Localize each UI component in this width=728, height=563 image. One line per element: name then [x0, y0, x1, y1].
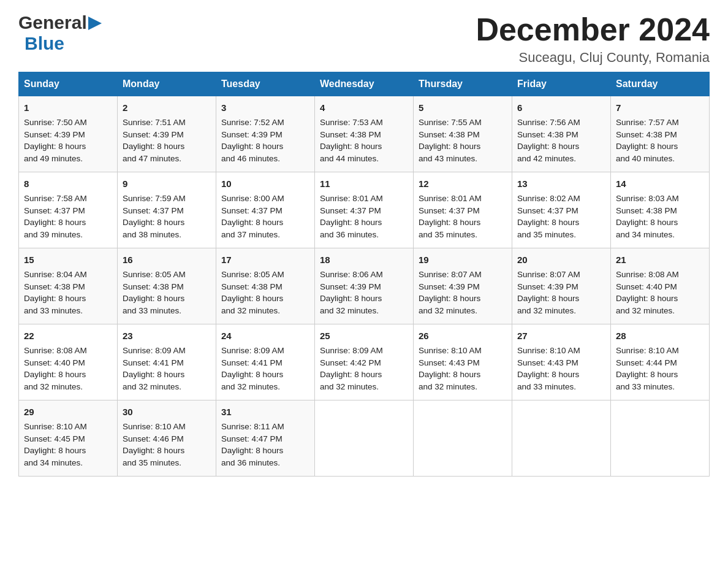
sunrise-info: Sunrise: 8:09 AM	[320, 346, 383, 355]
sunset-info: Sunset: 4:47 PM	[221, 434, 282, 443]
daylight-info: Daylight: 8 hoursand 33 minutes.	[123, 294, 184, 315]
day-number: 26	[419, 329, 507, 343]
calendar-cell: 12Sunrise: 8:01 AMSunset: 4:37 PMDayligh…	[414, 172, 512, 248]
day-number: 3	[221, 101, 309, 115]
daylight-info: Daylight: 8 hoursand 47 minutes.	[123, 142, 184, 163]
day-number: 4	[320, 101, 408, 115]
daylight-info: Daylight: 8 hoursand 49 minutes.	[24, 142, 86, 163]
daylight-info: Daylight: 8 hoursand 46 minutes.	[221, 142, 283, 163]
calendar-cell: 17Sunrise: 8:05 AMSunset: 4:38 PMDayligh…	[216, 248, 315, 324]
daylight-info: Daylight: 8 hoursand 32 minutes.	[221, 370, 283, 391]
daylight-info: Daylight: 8 hoursand 34 minutes.	[616, 218, 678, 239]
daylight-info: Daylight: 8 hoursand 34 minutes.	[24, 446, 86, 467]
sunrise-info: Sunrise: 8:04 AM	[24, 270, 87, 279]
daylight-info: Daylight: 8 hoursand 38 minutes.	[123, 218, 184, 239]
calendar-cell: 14Sunrise: 8:03 AMSunset: 4:38 PMDayligh…	[611, 172, 710, 248]
day-number: 17	[221, 253, 309, 267]
calendar-cell: 8Sunrise: 7:58 AMSunset: 4:37 PMDaylight…	[19, 172, 118, 248]
sunset-info: Sunset: 4:39 PM	[24, 130, 85, 139]
daylight-info: Daylight: 8 hoursand 32 minutes.	[24, 370, 86, 391]
sunrise-info: Sunrise: 8:08 AM	[616, 270, 679, 279]
day-number: 13	[517, 177, 605, 191]
logo-blue-text: Blue	[25, 33, 64, 54]
calendar-cell: 21Sunrise: 8:08 AMSunset: 4:40 PMDayligh…	[611, 248, 710, 324]
daylight-info: Daylight: 8 hoursand 32 minutes.	[123, 370, 184, 391]
sunrise-info: Sunrise: 7:50 AM	[24, 118, 87, 127]
calendar-cell: 2Sunrise: 7:51 AMSunset: 4:39 PMDaylight…	[118, 96, 216, 172]
daylight-info: Daylight: 8 hoursand 32 minutes.	[320, 370, 382, 391]
sunset-info: Sunset: 4:38 PM	[123, 282, 184, 291]
sunset-info: Sunset: 4:41 PM	[221, 358, 282, 367]
sunrise-info: Sunrise: 8:07 AM	[517, 270, 580, 279]
daylight-info: Daylight: 8 hoursand 40 minutes.	[616, 142, 678, 163]
day-number: 25	[320, 329, 408, 343]
sunset-info: Sunset: 4:45 PM	[24, 434, 85, 443]
daylight-info: Daylight: 8 hoursand 39 minutes.	[24, 218, 86, 239]
calendar-day-header: Sunday	[19, 72, 118, 96]
daylight-info: Daylight: 8 hoursand 32 minutes.	[517, 294, 579, 315]
daylight-info: Daylight: 8 hoursand 37 minutes.	[221, 218, 283, 239]
daylight-info: Daylight: 8 hoursand 32 minutes.	[221, 294, 283, 315]
sunrise-info: Sunrise: 8:01 AM	[320, 194, 383, 203]
daylight-info: Daylight: 8 hoursand 44 minutes.	[320, 142, 382, 163]
sunrise-info: Sunrise: 7:58 AM	[24, 194, 87, 203]
sunrise-info: Sunrise: 7:55 AM	[419, 118, 482, 127]
calendar-week-row: 1Sunrise: 7:50 AMSunset: 4:39 PMDaylight…	[19, 96, 710, 172]
day-number: 19	[419, 253, 507, 267]
day-number: 10	[221, 177, 309, 191]
calendar-header-row: SundayMondayTuesdayWednesdayThursdayFrid…	[19, 72, 710, 96]
daylight-info: Daylight: 8 hoursand 32 minutes.	[320, 294, 382, 315]
sunrise-info: Sunrise: 8:10 AM	[123, 422, 186, 431]
day-number: 7	[616, 101, 704, 115]
sunrise-info: Sunrise: 8:09 AM	[221, 346, 284, 355]
sunset-info: Sunset: 4:39 PM	[123, 130, 184, 139]
day-number: 29	[24, 405, 112, 419]
sunset-info: Sunset: 4:39 PM	[517, 282, 578, 291]
sunset-info: Sunset: 4:40 PM	[24, 358, 85, 367]
calendar-subtitle: Suceagu, Cluj County, Romania	[476, 50, 710, 66]
calendar-week-row: 29Sunrise: 8:10 AMSunset: 4:45 PMDayligh…	[19, 400, 710, 477]
sunrise-info: Sunrise: 8:06 AM	[320, 270, 383, 279]
sunset-info: Sunset: 4:39 PM	[419, 282, 480, 291]
sunset-info: Sunset: 4:37 PM	[320, 206, 381, 215]
daylight-info: Daylight: 8 hoursand 33 minutes.	[616, 370, 678, 391]
day-number: 21	[616, 253, 704, 267]
sunset-info: Sunset: 4:42 PM	[320, 358, 381, 367]
sunrise-info: Sunrise: 8:01 AM	[419, 194, 482, 203]
calendar-day-header: Saturday	[611, 72, 710, 96]
calendar-day-header: Wednesday	[315, 72, 414, 96]
day-number: 27	[517, 329, 605, 343]
page-header: General Blue December 2024 Suceagu, Cluj…	[18, 12, 710, 66]
svg-marker-0	[88, 17, 102, 30]
sunset-info: Sunset: 4:43 PM	[517, 358, 578, 367]
sunrise-info: Sunrise: 7:56 AM	[517, 118, 580, 127]
calendar-cell: 3Sunrise: 7:52 AMSunset: 4:39 PMDaylight…	[216, 96, 315, 172]
sunrise-info: Sunrise: 8:05 AM	[221, 270, 284, 279]
calendar-cell: 25Sunrise: 8:09 AMSunset: 4:42 PMDayligh…	[315, 324, 414, 400]
daylight-info: Daylight: 8 hoursand 35 minutes.	[517, 218, 579, 239]
sunset-info: Sunset: 4:38 PM	[320, 130, 381, 139]
sunrise-info: Sunrise: 8:03 AM	[616, 194, 679, 203]
sunrise-info: Sunrise: 8:09 AM	[123, 346, 186, 355]
sunrise-info: Sunrise: 8:07 AM	[419, 270, 482, 279]
sunrise-info: Sunrise: 7:57 AM	[616, 118, 679, 127]
logo: General Blue	[18, 12, 102, 54]
sunset-info: Sunset: 4:37 PM	[221, 206, 282, 215]
daylight-info: Daylight: 8 hoursand 32 minutes.	[616, 294, 678, 315]
calendar-title: December 2024	[476, 12, 710, 47]
calendar-cell: 23Sunrise: 8:09 AMSunset: 4:41 PMDayligh…	[118, 324, 216, 400]
day-number: 2	[123, 101, 211, 115]
calendar-cell: 29Sunrise: 8:10 AMSunset: 4:45 PMDayligh…	[19, 400, 118, 477]
calendar-cell: 24Sunrise: 8:09 AMSunset: 4:41 PMDayligh…	[216, 324, 315, 400]
daylight-info: Daylight: 8 hoursand 36 minutes.	[221, 446, 283, 467]
day-number: 9	[123, 177, 211, 191]
sunset-info: Sunset: 4:38 PM	[24, 282, 85, 291]
calendar-cell: 10Sunrise: 8:00 AMSunset: 4:37 PMDayligh…	[216, 172, 315, 248]
calendar-cell: 22Sunrise: 8:08 AMSunset: 4:40 PMDayligh…	[19, 324, 118, 400]
calendar-cell	[611, 400, 710, 477]
calendar-cell: 7Sunrise: 7:57 AMSunset: 4:38 PMDaylight…	[611, 96, 710, 172]
logo-general-text: General	[18, 12, 87, 33]
daylight-info: Daylight: 8 hoursand 33 minutes.	[24, 294, 86, 315]
day-number: 16	[123, 253, 211, 267]
calendar-cell: 1Sunrise: 7:50 AMSunset: 4:39 PMDaylight…	[19, 96, 118, 172]
